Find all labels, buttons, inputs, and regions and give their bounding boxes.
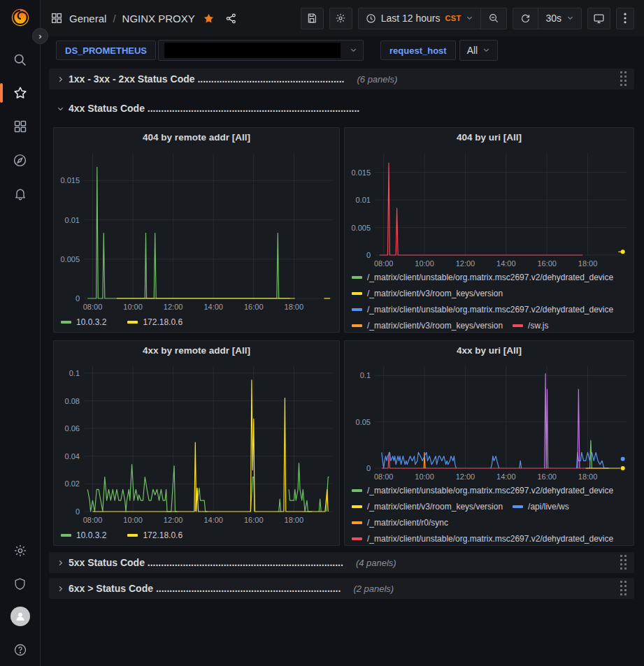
alerting-bell-icon[interactable] xyxy=(6,182,34,205)
legend-item[interactable]: 172.18.0.6 xyxy=(127,314,183,331)
tv-mode-button[interactable] xyxy=(587,8,610,29)
timeseries-plot[interactable]: 00.0050.010.01508:0010:0012:0014:0016:00… xyxy=(54,146,339,312)
breadcrumb: General / NGINX PROXY xyxy=(50,12,237,24)
legend-item[interactable]: 10.0.3.2 xyxy=(61,528,106,544)
legend-item[interactable]: /_matrix/client/unstable/org.matrix.msc2… xyxy=(352,301,613,317)
timeseries-plot[interactable]: 00.050.108:0010:0012:0014:0016:0018:00 xyxy=(345,359,634,482)
chart-canvas[interactable]: 00.020.040.060.080.108:0010:0012:0014:00… xyxy=(54,359,339,526)
row-panel-count: (4 panels) xyxy=(356,558,396,568)
search-icon[interactable] xyxy=(6,48,34,71)
request-host-variable-label[interactable]: request_host xyxy=(380,41,456,60)
help-icon[interactable] xyxy=(6,638,34,662)
legend-swatch xyxy=(61,534,71,537)
legend-item[interactable]: /_matrix/client/unstable/org.matrix.msc2… xyxy=(352,530,613,545)
share-icon[interactable] xyxy=(225,13,237,24)
svg-text:16:00: 16:00 xyxy=(244,516,264,524)
explore-compass-icon[interactable] xyxy=(6,148,34,172)
legend-swatch xyxy=(513,324,523,327)
dashboard-settings-button[interactable] xyxy=(329,8,352,29)
row-4xx[interactable]: 4xx Status Code ........................… xyxy=(49,98,634,119)
refresh-interval-picker[interactable]: 30s xyxy=(538,8,581,29)
apps-grid-icon[interactable] xyxy=(50,12,63,24)
legend-item[interactable]: /_matrix/client/unstable/org.matrix.msc2… xyxy=(352,269,613,285)
svg-text:10:00: 10:00 xyxy=(123,516,143,524)
row-drag-handle[interactable] xyxy=(619,553,629,572)
svg-text:16:00: 16:00 xyxy=(244,303,264,311)
panel-title[interactable]: 404 by uri [All] xyxy=(345,128,634,146)
legend-swatch xyxy=(352,489,362,492)
time-range-picker[interactable]: Last 12 hours CST xyxy=(359,8,481,29)
main-area: General / NGINX PROXY xyxy=(41,0,644,666)
chevron-down-icon xyxy=(55,105,66,113)
legend-swatch xyxy=(352,324,362,327)
legend-item[interactable]: /_matrix/client/r0/sync xyxy=(352,514,448,530)
legend-item[interactable]: /_matrix/client/v3/room_keys/version xyxy=(352,285,503,301)
svg-text:18:00: 18:00 xyxy=(285,516,304,524)
legend-item[interactable]: /_matrix/client/unstable/org.matrix.msc2… xyxy=(352,482,613,498)
svg-text:0.015: 0.015 xyxy=(60,176,80,184)
refresh-button[interactable] xyxy=(513,8,538,29)
request-host-value: All xyxy=(467,45,478,56)
row-1xx-3xx-2xx[interactable]: 1xx - 3xx - 2xx Status Code ............… xyxy=(49,68,634,89)
top-navbar: General / NGINX PROXY xyxy=(41,0,644,36)
dashboards-icon[interactable] xyxy=(6,115,34,138)
svg-text:10:00: 10:00 xyxy=(415,259,434,268)
redacted-value xyxy=(164,43,341,58)
navbar-actions: Last 12 hours CST 30s xyxy=(301,8,634,29)
timeseries-plot[interactable]: 00.020.040.060.080.108:0010:0012:0014:00… xyxy=(54,359,339,526)
server-admin-shield-icon[interactable] xyxy=(6,572,34,595)
chevron-down-icon xyxy=(482,45,490,56)
svg-text:0.05: 0.05 xyxy=(356,418,371,426)
panel-4xx-by-remote-addr: 4xx by remote addr [All] 00.020.040.060.… xyxy=(53,340,340,546)
datasource-variable-label[interactable]: DS_PROMETHEUS xyxy=(56,41,156,60)
row-drag-handle[interactable] xyxy=(619,579,629,598)
row-5xx[interactable]: 5xx Status Code ........................… xyxy=(49,552,634,573)
legend-item[interactable]: /sw.js xyxy=(513,317,548,332)
sidebar-expand-button[interactable]: › xyxy=(32,28,48,44)
legend-item[interactable]: 10.0.3.2 xyxy=(61,314,106,331)
chevron-right-icon xyxy=(55,559,66,567)
legend-swatch xyxy=(127,321,138,324)
svg-text:0.01: 0.01 xyxy=(65,216,80,224)
legend-item[interactable]: /_matrix/client/v3/room_keys/version xyxy=(352,317,503,332)
request-host-variable-dropdown[interactable]: All xyxy=(459,40,499,61)
svg-text:0.015: 0.015 xyxy=(351,168,371,177)
chevron-down-icon xyxy=(466,13,473,24)
grafana-logo-icon[interactable] xyxy=(6,6,34,29)
svg-text:0: 0 xyxy=(76,507,80,516)
svg-text:0: 0 xyxy=(366,464,371,472)
kebab-menu-button[interactable] xyxy=(616,8,634,29)
legend-item[interactable]: 172.18.0.6 xyxy=(127,528,183,544)
svg-text:0.005: 0.005 xyxy=(60,255,80,263)
legend-swatch xyxy=(61,321,71,324)
panel-title[interactable]: 4xx by remote addr [All] xyxy=(54,341,339,359)
configuration-gear-icon[interactable] xyxy=(6,539,34,563)
starred-dashboards-icon[interactable] xyxy=(6,81,34,105)
zoom-out-time-button[interactable] xyxy=(480,8,506,29)
panel-title[interactable]: 4xx by uri [All] xyxy=(345,341,634,359)
time-picker-group: Last 12 hours CST xyxy=(358,8,508,29)
dashboard-title[interactable]: NGINX PROXY xyxy=(122,13,195,24)
legend-item[interactable]: /_matrix/client/v3/room_keys/version xyxy=(352,498,503,514)
save-dashboard-button[interactable] xyxy=(301,8,324,29)
legend-item[interactable]: /api/live/ws xyxy=(513,498,569,514)
sidebar xyxy=(0,0,41,666)
chart-canvas[interactable]: 00.0050.010.01508:0010:0012:0014:0016:00… xyxy=(54,146,339,312)
panel-title[interactable]: 404 by remote addr [All] xyxy=(54,128,339,146)
user-avatar[interactable] xyxy=(6,605,34,628)
breadcrumb-folder[interactable]: General xyxy=(69,13,106,24)
svg-text:14:00: 14:00 xyxy=(496,259,516,268)
timeseries-plot[interactable]: 00.0050.010.01508:0010:0012:0014:0016:00… xyxy=(345,146,634,269)
active-indicator xyxy=(0,83,3,103)
panel-legend: 10.0.3.2172.18.0.6 xyxy=(54,312,339,332)
chart-canvas[interactable]: 00.0050.010.01508:0010:0012:0014:0016:00… xyxy=(345,146,634,269)
row-title: 5xx Status Code ........................… xyxy=(69,557,343,568)
datasource-variable-dropdown[interactable] xyxy=(158,40,364,61)
variables-bar: DS_PROMETHEUS request_host All xyxy=(41,36,644,64)
svg-text:0.06: 0.06 xyxy=(65,424,80,433)
row-drag-handle[interactable] xyxy=(619,70,629,88)
chart-canvas[interactable]: 00.050.108:0010:0012:0014:0016:0018:00 xyxy=(345,359,634,482)
row-6xx[interactable]: 6xx > Status Code ......................… xyxy=(49,578,634,599)
svg-text:0.04: 0.04 xyxy=(65,452,80,461)
star-filled-icon[interactable] xyxy=(203,13,215,24)
